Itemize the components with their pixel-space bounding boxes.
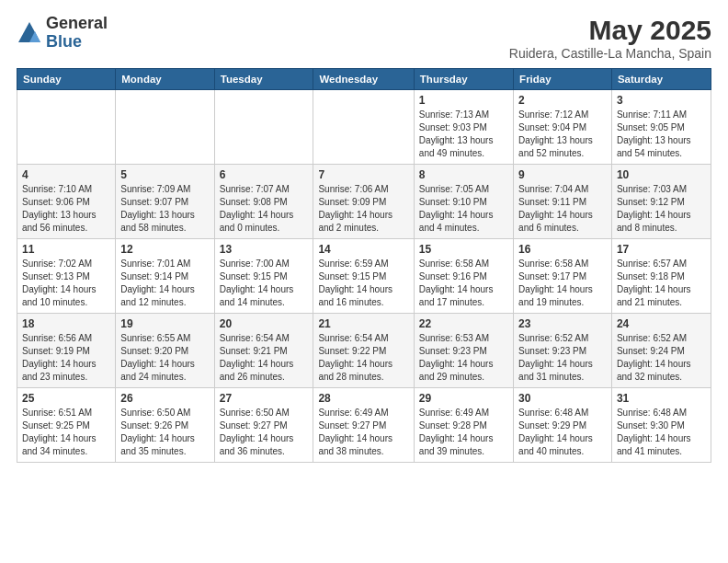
calendar-header-cell: Tuesday — [214, 69, 313, 90]
calendar-cell — [214, 90, 313, 165]
calendar-cell: 13Sunrise: 7:00 AM Sunset: 9:15 PM Dayli… — [214, 239, 313, 314]
calendar-cell: 6Sunrise: 7:07 AM Sunset: 9:08 PM Daylig… — [214, 165, 313, 239]
day-number: 24 — [617, 317, 706, 330]
calendar-cell: 22Sunrise: 6:53 AM Sunset: 9:23 PM Dayli… — [414, 314, 513, 388]
day-number: 31 — [617, 392, 706, 405]
subtitle: Ruidera, Castille-La Mancha, Spain — [509, 46, 711, 61]
calendar-header-cell: Thursday — [414, 69, 513, 90]
day-info: Sunrise: 7:01 AM Sunset: 9:14 PM Dayligh… — [120, 258, 209, 309]
day-info: Sunrise: 7:04 AM Sunset: 9:11 PM Dayligh… — [518, 183, 607, 235]
day-number: 22 — [419, 317, 508, 330]
logo: General Blue — [17, 15, 108, 52]
calendar-cell: 30Sunrise: 6:48 AM Sunset: 9:29 PM Dayli… — [514, 388, 612, 463]
calendar-cell: 17Sunrise: 6:57 AM Sunset: 9:18 PM Dayli… — [611, 239, 711, 314]
logo-text: General Blue — [46, 15, 108, 52]
calendar-header-row: SundayMondayTuesdayWednesdayThursdayFrid… — [17, 69, 711, 90]
calendar-cell: 20Sunrise: 6:54 AM Sunset: 9:21 PM Dayli… — [214, 314, 313, 388]
day-info: Sunrise: 7:07 AM Sunset: 9:08 PM Dayligh… — [220, 183, 309, 235]
day-number: 12 — [120, 243, 209, 256]
calendar-cell: 8Sunrise: 7:05 AM Sunset: 9:10 PM Daylig… — [414, 165, 513, 239]
calendar-week-row: 11Sunrise: 7:02 AM Sunset: 9:13 PM Dayli… — [17, 239, 711, 314]
day-info: Sunrise: 6:50 AM Sunset: 9:26 PM Dayligh… — [120, 407, 209, 458]
day-info: Sunrise: 6:55 AM Sunset: 9:20 PM Dayligh… — [120, 332, 209, 384]
day-info: Sunrise: 6:59 AM Sunset: 9:15 PM Dayligh… — [318, 258, 408, 309]
day-number: 29 — [419, 392, 508, 405]
day-info: Sunrise: 6:54 AM Sunset: 9:21 PM Dayligh… — [220, 332, 309, 384]
calendar-cell: 11Sunrise: 7:02 AM Sunset: 9:13 PM Dayli… — [17, 239, 116, 314]
calendar-cell: 7Sunrise: 7:06 AM Sunset: 9:09 PM Daylig… — [313, 165, 414, 239]
calendar-cell: 10Sunrise: 7:03 AM Sunset: 9:12 PM Dayli… — [611, 165, 711, 239]
day-info: Sunrise: 7:02 AM Sunset: 9:13 PM Dayligh… — [22, 258, 110, 309]
day-info: Sunrise: 7:13 AM Sunset: 9:03 PM Dayligh… — [419, 109, 508, 160]
day-number: 7 — [318, 168, 408, 181]
calendar-week-row: 1Sunrise: 7:13 AM Sunset: 9:03 PM Daylig… — [17, 90, 711, 165]
calendar-cell: 5Sunrise: 7:09 AM Sunset: 9:07 PM Daylig… — [116, 165, 214, 239]
day-number: 3 — [617, 94, 706, 107]
calendar-cell: 2Sunrise: 7:12 AM Sunset: 9:04 PM Daylig… — [514, 90, 612, 165]
calendar-cell: 18Sunrise: 6:56 AM Sunset: 9:19 PM Dayli… — [17, 314, 116, 388]
day-info: Sunrise: 6:49 AM Sunset: 9:28 PM Dayligh… — [419, 407, 508, 458]
calendar-cell: 1Sunrise: 7:13 AM Sunset: 9:03 PM Daylig… — [414, 90, 513, 165]
day-info: Sunrise: 7:03 AM Sunset: 9:12 PM Dayligh… — [617, 183, 706, 235]
day-info: Sunrise: 6:52 AM Sunset: 9:24 PM Dayligh… — [617, 332, 706, 384]
calendar-cell: 14Sunrise: 6:59 AM Sunset: 9:15 PM Dayli… — [313, 239, 414, 314]
day-info: Sunrise: 7:12 AM Sunset: 9:04 PM Dayligh… — [518, 109, 607, 160]
calendar-cell: 23Sunrise: 6:52 AM Sunset: 9:23 PM Dayli… — [514, 314, 612, 388]
title-area: May 2025 Ruidera, Castille-La Mancha, Sp… — [509, 15, 711, 61]
day-number: 16 — [518, 243, 607, 256]
day-number: 6 — [220, 168, 309, 181]
logo-blue: Blue — [46, 33, 108, 52]
calendar-header-cell: Monday — [116, 69, 214, 90]
day-info: Sunrise: 7:06 AM Sunset: 9:09 PM Dayligh… — [318, 183, 408, 235]
calendar-cell: 31Sunrise: 6:48 AM Sunset: 9:30 PM Dayli… — [611, 388, 711, 463]
calendar-cell: 19Sunrise: 6:55 AM Sunset: 9:20 PM Dayli… — [116, 314, 214, 388]
calendar-week-row: 18Sunrise: 6:56 AM Sunset: 9:19 PM Dayli… — [17, 314, 711, 388]
calendar-cell — [116, 90, 214, 165]
day-number: 14 — [318, 243, 408, 256]
day-number: 9 — [518, 168, 607, 181]
calendar-cell: 21Sunrise: 6:54 AM Sunset: 9:22 PM Dayli… — [313, 314, 414, 388]
day-number: 18 — [22, 317, 110, 330]
day-number: 8 — [419, 168, 508, 181]
day-info: Sunrise: 6:58 AM Sunset: 9:17 PM Dayligh… — [518, 258, 607, 309]
calendar-cell: 25Sunrise: 6:51 AM Sunset: 9:25 PM Dayli… — [17, 388, 116, 463]
logo-general: General — [46, 15, 108, 33]
calendar-header-cell: Sunday — [17, 69, 116, 90]
page: General Blue May 2025 Ruidera, Castille-… — [0, 0, 728, 563]
calendar-cell: 26Sunrise: 6:50 AM Sunset: 9:26 PM Dayli… — [116, 388, 214, 463]
day-number: 27 — [220, 392, 309, 405]
day-info: Sunrise: 6:52 AM Sunset: 9:23 PM Dayligh… — [518, 332, 607, 384]
day-number: 21 — [318, 317, 408, 330]
day-number: 10 — [617, 168, 706, 181]
day-number: 4 — [22, 168, 110, 181]
day-number: 23 — [518, 317, 607, 330]
day-info: Sunrise: 6:48 AM Sunset: 9:29 PM Dayligh… — [518, 407, 607, 458]
calendar-week-row: 4Sunrise: 7:10 AM Sunset: 9:06 PM Daylig… — [17, 165, 711, 239]
day-info: Sunrise: 6:56 AM Sunset: 9:19 PM Dayligh… — [22, 332, 110, 384]
day-number: 11 — [22, 243, 110, 256]
calendar-week-row: 25Sunrise: 6:51 AM Sunset: 9:25 PM Dayli… — [17, 388, 711, 463]
day-info: Sunrise: 6:54 AM Sunset: 9:22 PM Dayligh… — [318, 332, 408, 384]
day-info: Sunrise: 6:53 AM Sunset: 9:23 PM Dayligh… — [419, 332, 508, 384]
calendar-cell: 28Sunrise: 6:49 AM Sunset: 9:27 PM Dayli… — [313, 388, 414, 463]
calendar-cell: 15Sunrise: 6:58 AM Sunset: 9:16 PM Dayli… — [414, 239, 513, 314]
day-number: 1 — [419, 94, 508, 107]
day-info: Sunrise: 6:50 AM Sunset: 9:27 PM Dayligh… — [220, 407, 309, 458]
header: General Blue May 2025 Ruidera, Castille-… — [17, 15, 711, 61]
day-info: Sunrise: 7:09 AM Sunset: 9:07 PM Dayligh… — [120, 183, 209, 235]
day-info: Sunrise: 6:57 AM Sunset: 9:18 PM Dayligh… — [617, 258, 706, 309]
calendar-cell: 9Sunrise: 7:04 AM Sunset: 9:11 PM Daylig… — [514, 165, 612, 239]
day-number: 20 — [220, 317, 309, 330]
day-info: Sunrise: 6:49 AM Sunset: 9:27 PM Dayligh… — [318, 407, 408, 458]
calendar-cell — [17, 90, 116, 165]
calendar-cell: 16Sunrise: 6:58 AM Sunset: 9:17 PM Dayli… — [514, 239, 612, 314]
calendar-cell: 27Sunrise: 6:50 AM Sunset: 9:27 PM Dayli… — [214, 388, 313, 463]
day-number: 17 — [617, 243, 706, 256]
calendar-header-cell: Saturday — [611, 69, 711, 90]
day-number: 30 — [518, 392, 607, 405]
day-info: Sunrise: 6:51 AM Sunset: 9:25 PM Dayligh… — [22, 407, 110, 458]
day-number: 13 — [220, 243, 309, 256]
calendar-header-cell: Friday — [514, 69, 612, 90]
day-info: Sunrise: 6:58 AM Sunset: 9:16 PM Dayligh… — [419, 258, 508, 309]
day-number: 19 — [120, 317, 209, 330]
